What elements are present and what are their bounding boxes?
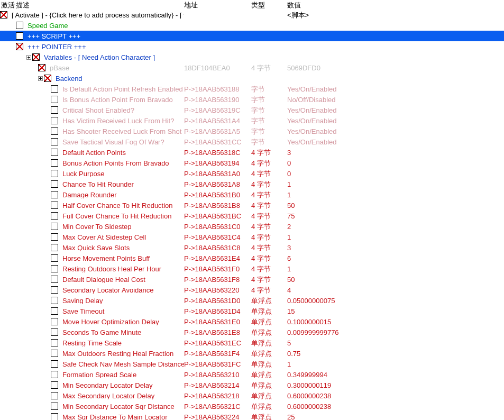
entry-value[interactable]: 0.6000000238 — [287, 392, 504, 399]
entry-description[interactable]: Min Cover To Sidestep — [62, 223, 184, 230]
entry-type[interactable]: 4 字节 — [251, 266, 287, 272]
entry-description[interactable]: Resting Outdoors Heal Per Hour — [62, 266, 184, 272]
entry-description[interactable]: Is Bonus Action Point From Bravado — [62, 96, 184, 103]
active-checkbox[interactable] — [51, 265, 58, 272]
header-value[interactable]: 数值 — [287, 2, 504, 8]
entry-address[interactable]: P->18AAB5631C4 — [184, 234, 251, 241]
active-checkbox[interactable] — [51, 106, 58, 114]
entry-value[interactable]: 2 — [287, 223, 504, 230]
table-row[interactable]: Has Victim Received Luck From Hit?P->18A… — [0, 115, 504, 126]
entry-address[interactable]: P->18AAB563210 — [184, 371, 251, 378]
entry-type[interactable]: 4 字节 — [251, 223, 287, 230]
active-checkbox[interactable] — [51, 286, 58, 294]
table-row[interactable]: Backend — [0, 73, 504, 84]
entry-value[interactable]: 0.3000000119 — [287, 382, 504, 389]
table-row[interactable]: Max Secondary Locator DelayP->18AAB56321… — [0, 390, 504, 401]
active-checkbox[interactable] — [51, 149, 58, 156]
entry-description[interactable]: Has Shooter Received Luck From Shot — [62, 128, 184, 135]
entry-description[interactable]: Speed Game — [28, 22, 184, 29]
table-row[interactable]: Save TimeoutP->18AAB5631D4单浮点15 — [0, 306, 504, 316]
entry-type[interactable]: 4 字节 — [251, 149, 287, 156]
entry-description[interactable]: +++ SCRIPT +++ — [28, 33, 184, 40]
active-checkbox[interactable] — [0, 11, 7, 19]
entry-description[interactable]: Chance To Hit Rounder — [62, 181, 184, 188]
entry-value[interactable]: 1 — [287, 191, 504, 198]
entry-description[interactable]: Damage Rounder — [62, 191, 184, 198]
table-row[interactable]: Move Hover Optimization DelayP->18AAB563… — [0, 316, 504, 327]
active-checkbox[interactable] — [51, 127, 58, 135]
active-checkbox[interactable] — [51, 328, 58, 336]
table-row[interactable]: Default Action PointsP->18AAB56318C4 字节3 — [0, 147, 504, 158]
entry-type[interactable]: 4 字节 — [251, 276, 287, 283]
active-checkbox[interactable] — [38, 64, 45, 71]
table-row[interactable]: Safe Check Nav Mesh Sample DistanceP->18… — [0, 359, 504, 369]
entry-type[interactable]: 单浮点 — [251, 382, 287, 389]
entry-address[interactable]: P->18AAB563194 — [184, 160, 251, 167]
entry-type[interactable]: 4 字节 — [251, 65, 287, 71]
entry-address[interactable]: P->18AAB563218 — [184, 392, 251, 399]
entry-description[interactable]: pBase — [50, 65, 184, 71]
entry-type[interactable]: 单浮点 — [251, 371, 287, 378]
entry-type[interactable]: 单浮点 — [251, 350, 287, 357]
active-checkbox[interactable] — [51, 191, 58, 198]
entry-value[interactable]: 1 — [287, 266, 504, 272]
table-row[interactable]: Min Cover To SidestepP->18AAB5631C04 字节2 — [0, 221, 504, 232]
entry-address[interactable]: 18DF104BEA0 — [184, 65, 251, 71]
entry-type[interactable]: 单浮点 — [251, 403, 287, 410]
active-checkbox[interactable] — [51, 223, 58, 230]
entry-address[interactable]: P->18AAB563188 — [184, 86, 251, 93]
entry-type[interactable]: 字节 — [251, 139, 287, 145]
active-checkbox[interactable] — [51, 244, 58, 251]
entry-value[interactable]: 15 — [287, 308, 504, 315]
active-checkbox[interactable] — [51, 159, 58, 167]
entry-description[interactable]: Default Dialogue Heal Cost — [62, 276, 184, 283]
entry-address[interactable]: P->18AAB5631B8 — [184, 202, 251, 209]
active-checkbox[interactable] — [51, 138, 58, 145]
table-row[interactable]: Min Secondary Locator DelayP->18AAB56321… — [0, 380, 504, 390]
table-row[interactable]: Half Cover Chance To Hit ReductionP->18A… — [0, 200, 504, 211]
entry-type[interactable]: 字节 — [251, 128, 287, 135]
active-checkbox[interactable] — [51, 202, 58, 209]
entry-description[interactable]: Luck Purpose — [62, 170, 184, 177]
entry-value[interactable]: 0.349999994 — [287, 371, 504, 378]
header-description[interactable]: 描述 — [16, 2, 184, 8]
entry-description[interactable]: Full Cover Chance To Hit Reduction — [62, 213, 184, 220]
entry-description[interactable]: Save Tactical Visual Fog Of War? — [62, 139, 184, 145]
header-address[interactable]: 地址 — [184, 2, 251, 8]
entry-address[interactable]: P->18AAB56318C — [184, 149, 251, 156]
active-checkbox[interactable] — [51, 85, 58, 93]
active-checkbox[interactable] — [51, 392, 58, 399]
entry-value[interactable]: 0.05000000075 — [287, 297, 504, 304]
tree-expander-icon[interactable] — [38, 76, 43, 81]
entry-type[interactable]: 4 字节 — [251, 181, 287, 188]
entry-type[interactable]: 4 字节 — [251, 213, 287, 220]
entry-description[interactable]: Seconds To Game Minute — [62, 329, 184, 336]
entry-address[interactable]: P->18AAB563224 — [184, 414, 251, 421]
entry-description[interactable]: Default Action Points — [62, 149, 184, 156]
table-row[interactable]: Horse Movement Points BuffP->18AAB5631E4… — [0, 253, 504, 263]
entry-address[interactable]: P->18AAB5631FC — [184, 361, 251, 368]
entry-address[interactable]: P->18AAB5631E8 — [184, 329, 251, 336]
entry-value[interactable]: 0.1000000015 — [287, 318, 504, 325]
entry-value[interactable]: 5069DFD0 — [287, 65, 504, 71]
entry-value[interactable]: Yes/On/Enabled — [287, 107, 504, 114]
entry-type[interactable]: 4 字节 — [251, 191, 287, 198]
active-checkbox[interactable] — [51, 212, 58, 220]
entry-address[interactable]: P->18AAB5631CC — [184, 139, 251, 145]
entry-description[interactable]: Max Quick Save Slots — [62, 244, 184, 251]
entry-description[interactable]: Move Hover Optimization Delay — [62, 318, 184, 325]
entry-value[interactable]: 50 — [287, 276, 504, 283]
entry-address[interactable]: P->18AAB5631D4 — [184, 308, 251, 315]
entry-description[interactable]: Is Default Action Point Refresh Enabled — [62, 86, 184, 93]
entry-value[interactable]: 0.75 — [287, 350, 504, 357]
active-checkbox[interactable] — [51, 254, 58, 262]
table-row[interactable]: Saving DelayP->18AAB5631D0单浮点0.050000000… — [0, 295, 504, 306]
header-active[interactable]: 激活 — [0, 2, 16, 8]
entry-address[interactable]: P->18AAB563220 — [184, 287, 251, 294]
active-checkbox[interactable] — [51, 180, 58, 188]
entry-address[interactable]: P->18AAB5631F8 — [184, 276, 251, 283]
table-row[interactable]: Secondary Locator AvoidanceP->18AAB56322… — [0, 285, 504, 295]
entry-description[interactable]: Half Cover Chance To Hit Reduction — [62, 202, 184, 209]
entry-value[interactable]: Yes/On/Enabled — [287, 139, 504, 145]
entry-address[interactable]: P->18AAB5631BC — [184, 213, 251, 220]
